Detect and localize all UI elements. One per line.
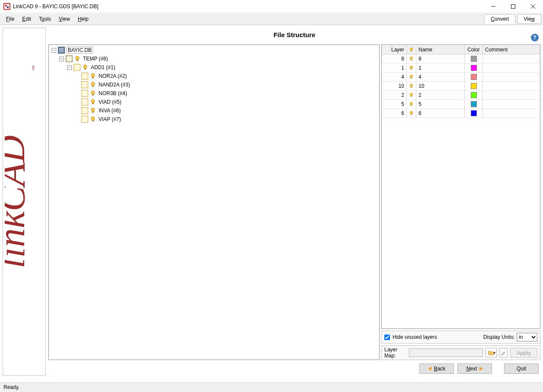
tree-toggle[interactable]: − [59, 57, 64, 61]
layer-row[interactable]: 1 1 [382, 64, 540, 73]
layer-number: 1 [382, 64, 407, 72]
layer-color[interactable] [465, 100, 483, 108]
tree-node-label[interactable]: VIAP (#7) [98, 116, 122, 122]
svg-point-28 [410, 57, 412, 59]
layer-row[interactable]: 8 8 [382, 54, 540, 64]
svg-rect-15 [92, 77, 94, 78]
display-units-label: Display Units: [483, 334, 515, 340]
tree-node-label[interactable]: INVA (#6) [98, 108, 121, 114]
edit-layermap-button[interactable] [499, 348, 508, 357]
col-header-layer[interactable]: Layer [382, 45, 407, 54]
window-title: LinkCAD 9 - BAYIC.GDS [BAYIC.DB] [13, 3, 99, 10]
open-layermap-button[interactable] [486, 348, 497, 357]
help-icon[interactable]: ? [531, 34, 539, 41]
minimize-button[interactable] [483, 0, 503, 13]
layer-comment [483, 73, 540, 81]
svg-point-30 [410, 66, 412, 68]
svg-rect-13 [84, 68, 86, 70]
svg-point-12 [83, 65, 87, 68]
svg-text:linkCAD: linkCAD [5, 135, 32, 268]
display-units-select[interactable]: in [517, 333, 537, 341]
svg-rect-3 [7, 6, 9, 8]
menu-bar: File Edit Tools View Help Convert View [0, 13, 543, 25]
menu-view[interactable]: View [55, 14, 73, 24]
layer-bulb[interactable] [407, 82, 416, 90]
svg-rect-2 [5, 5, 7, 6]
layer-name: 4 [416, 73, 465, 81]
layer-row[interactable]: 6 6 [382, 109, 540, 118]
svg-point-32 [410, 75, 412, 77]
svg-point-24 [91, 117, 95, 120]
col-header-color[interactable]: Color [465, 45, 483, 54]
tree-node-label[interactable]: NOR2A (#2) [98, 73, 128, 79]
cell-icon [81, 81, 88, 88]
layermap-row: Layer Map: Apply [381, 345, 540, 360]
layer-bulb[interactable] [407, 109, 416, 118]
cell-icon [66, 55, 73, 62]
svg-rect-5 [511, 5, 515, 9]
layer-name: 10 [416, 82, 465, 90]
col-header-comment[interactable]: Comment [483, 45, 540, 54]
svg-rect-27 [411, 51, 412, 51]
arrow-right-icon [479, 367, 483, 371]
layer-color[interactable] [465, 82, 483, 90]
svg-rect-21 [92, 103, 94, 104]
nav-row: Back Next Quit [48, 360, 540, 376]
layer-row[interactable]: 4 4 [382, 73, 540, 82]
tree-node-label[interactable]: NOR3B (#4) [98, 90, 128, 96]
layer-comment [483, 82, 540, 90]
layer-bulb[interactable] [407, 54, 416, 63]
hide-unused-checkbox[interactable]: Hide unused layers [384, 334, 437, 340]
layermap-input[interactable] [409, 348, 483, 357]
page-title: File Structure [274, 31, 316, 38]
close-button[interactable] [523, 0, 543, 13]
menu-file[interactable]: File [3, 14, 18, 24]
menu-tools[interactable]: Tools [35, 14, 54, 24]
layer-bulb[interactable] [407, 91, 416, 99]
tab-view[interactable]: View [517, 14, 541, 24]
layer-number: 6 [382, 109, 407, 118]
col-header-name[interactable]: Name [416, 45, 465, 54]
layer-bulb[interactable] [407, 73, 416, 81]
layer-color[interactable] [465, 91, 483, 99]
menu-edit[interactable]: Edit [19, 14, 35, 24]
layer-row[interactable]: 2 2 [382, 91, 540, 100]
layer-row[interactable]: 10 10 [382, 82, 540, 91]
tree-node-label[interactable]: VIAD (#5) [98, 99, 122, 105]
svg-point-36 [410, 93, 412, 96]
bulb-icon [90, 82, 96, 88]
apply-button[interactable]: Apply [510, 348, 537, 358]
maximize-button[interactable] [503, 0, 523, 13]
svg-point-14 [91, 73, 95, 77]
tree-node-label[interactable]: NAND2A (#3) [98, 82, 131, 88]
hide-unused-label: Hide unused layers [393, 334, 437, 340]
tree-root-label[interactable]: BAYIC.DB [67, 47, 93, 54]
back-button[interactable]: Back [419, 363, 454, 374]
hide-unused-input[interactable] [384, 335, 390, 340]
quit-button[interactable]: Quit [504, 363, 539, 374]
quit-label: Quit [517, 366, 526, 372]
svg-point-10 [76, 56, 79, 60]
col-header-bulb[interactable] [407, 45, 416, 54]
tab-convert[interactable]: Convert [484, 14, 515, 24]
next-button[interactable]: Next [457, 363, 492, 374]
tree-node-label[interactable]: ADD1 (#1) [90, 64, 116, 70]
app-icon [3, 3, 10, 10]
svg-rect-19 [92, 94, 94, 96]
tree-node-label[interactable]: TEMP (#8) [82, 56, 109, 62]
menu-help[interactable]: Help [74, 14, 92, 24]
tree-toggle[interactable]: − [51, 48, 56, 53]
tree-toggle[interactable]: − [67, 65, 72, 70]
svg-rect-17 [92, 86, 94, 87]
layer-bulb[interactable] [407, 64, 416, 72]
layer-color[interactable] [465, 54, 483, 63]
svg-rect-37 [411, 96, 412, 97]
layer-row[interactable]: 5 5 [382, 100, 540, 109]
layer-color[interactable] [465, 109, 483, 118]
layer-color[interactable] [465, 73, 483, 81]
layer-color[interactable] [465, 64, 483, 72]
arrow-left-icon [428, 367, 431, 371]
svg-point-18 [91, 91, 95, 94]
structure-tree[interactable]: − BAYIC.DB − TEMP (#8) [48, 45, 380, 360]
layer-bulb[interactable] [407, 100, 416, 108]
